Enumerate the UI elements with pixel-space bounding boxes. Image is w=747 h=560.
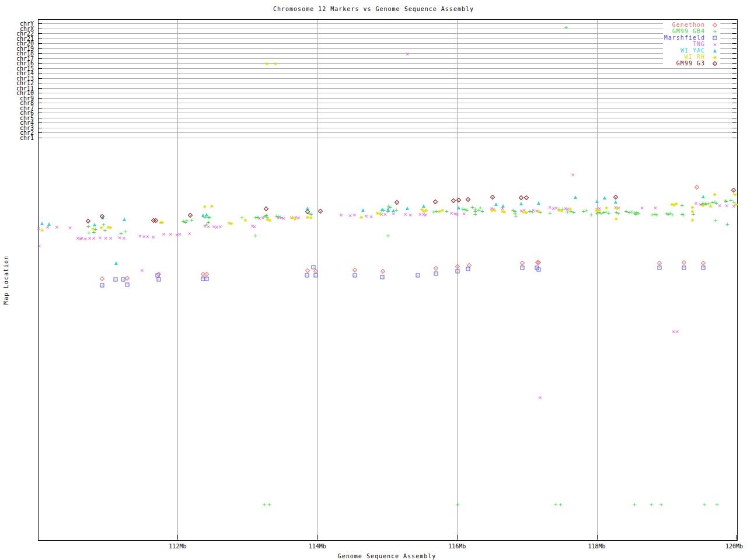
legend-row-wi-yac: WI YAC (664, 47, 719, 54)
marker-gm99-gb4: + (554, 502, 558, 508)
marker-tng: × (118, 235, 122, 241)
legend-row-genethon: Genethon (664, 22, 719, 28)
tng-marker-icon: × (713, 41, 717, 47)
marker-gm99-gb4: + (725, 221, 729, 228)
legend-marker-wi-yac (711, 48, 719, 54)
legend-label-genethon: Genethon (672, 22, 705, 28)
marker-tng: × (207, 223, 211, 230)
marker-wi-yac (519, 202, 523, 205)
marker-wi-yac (40, 222, 44, 225)
legend-label-gm99-gb4: GM99 GB4 (672, 28, 705, 34)
marker-tng: × (640, 205, 644, 211)
marker-marshfield (434, 272, 438, 276)
chr-label-chr1: chr1 (0, 135, 34, 141)
marker-gm99-gb4: + (564, 24, 568, 31)
marker-tng: × (83, 236, 88, 242)
marker-tng: × (109, 235, 113, 242)
legend-label-wi-rh: WI RH (685, 54, 705, 60)
wi-yac-marker-icon (713, 49, 717, 52)
marker-marshfield (125, 283, 130, 287)
gm99-g3-marker-icon (713, 61, 717, 65)
marker-marshfield (416, 274, 420, 278)
marker-marshfield (311, 265, 315, 270)
x-tick-120mb (736, 535, 737, 540)
legend-label-tng: TNG (693, 41, 705, 47)
marker-tng: × (369, 214, 374, 220)
marker-gm99-gb4: + (680, 202, 684, 209)
marker-tng: × (253, 223, 257, 230)
marker-gm99-gb4: + (445, 208, 449, 215)
legend-marker-gm99-g3 (711, 61, 719, 66)
marker-tng: × (462, 211, 466, 217)
legend-label-gm99-g3: GM99 G3 (676, 60, 705, 66)
legend-label-marshfield: Marshfield (664, 34, 705, 41)
marker-tng: × (455, 211, 459, 218)
marker-wi-yac (47, 222, 51, 226)
marker-gm99-gb4: + (715, 502, 719, 508)
x-tick-label: 116Mb (448, 543, 466, 550)
marker-tng: × (92, 235, 96, 242)
marker-tng: × (162, 231, 166, 237)
marker-tng: × (104, 235, 108, 242)
marker-tng: × (55, 224, 59, 230)
marshfield-marker-icon (713, 36, 717, 40)
marker-tng: × (538, 394, 542, 401)
marker-tng: × (282, 215, 286, 222)
marker-tng: × (406, 51, 410, 57)
marker-tng: × (403, 211, 407, 218)
marker-wi-yac (701, 195, 705, 198)
marker-gm99-gb4: + (655, 212, 659, 218)
legend-marker-genethon (711, 22, 719, 28)
marker-marshfield (701, 266, 705, 270)
x-tick-label: 118Mb (588, 543, 606, 550)
marker-marshfield (537, 268, 541, 272)
marker-marshfield (682, 266, 686, 270)
marker-tng: × (364, 213, 368, 219)
marker-gm99-gb4: + (456, 502, 460, 508)
legend-marker-marshfield (711, 35, 719, 41)
marker-tng: × (169, 231, 173, 237)
marker-marshfield (305, 274, 309, 278)
marker-tng: × (718, 202, 722, 209)
marker-marshfield (456, 270, 460, 274)
marker-gm99-gb4: + (253, 233, 257, 239)
marker-tng: × (68, 225, 72, 231)
marker-gm99-gb4: + (267, 502, 271, 508)
marker-tng: × (138, 233, 142, 239)
marker-tng: × (151, 234, 155, 240)
plot-area-border (38, 19, 738, 541)
marker-wi-yac (574, 195, 577, 199)
marker-gm99-gb4: + (633, 502, 637, 508)
legend-marker-gm99-gb4: + (711, 29, 719, 34)
marker-wi-yac (457, 206, 460, 209)
marker-gm99-gb4: + (480, 208, 484, 215)
x-tick-114mb (317, 535, 318, 540)
marker-wi-yac (123, 218, 126, 221)
marker-gm99-gb4: + (714, 218, 718, 224)
marker-marshfield (466, 267, 470, 271)
marker-gm99-gb4: + (671, 212, 675, 218)
marker-gm99-gb4: + (703, 502, 707, 508)
marker-marshfield (113, 278, 117, 282)
marker-marshfield (100, 284, 104, 288)
marker-gm99-gb4: + (558, 502, 563, 508)
marker-tng: × (98, 235, 102, 241)
marker-gm99-gb4: + (386, 233, 390, 239)
marker-tng: × (383, 211, 388, 218)
marker-tng: × (348, 212, 352, 219)
marker-gm99-gb4: + (514, 213, 518, 219)
marker-gm99-gb4: + (584, 208, 588, 214)
marker-wi-yac (614, 200, 617, 204)
marker-tng: × (37, 243, 41, 249)
marker-gm99-gb4: + (682, 212, 686, 218)
marker-tng: × (122, 235, 126, 242)
y-axis-label: Map Location (3, 256, 9, 304)
marker-wi-yac (537, 201, 540, 205)
x-tick-label: 114Mb (309, 543, 326, 550)
marker-wi-yac (386, 207, 390, 211)
marker-gm99-gb4: + (589, 212, 594, 218)
marker-tng: × (409, 212, 413, 218)
marker-tng: × (352, 212, 357, 218)
legend-row-gm99-g3: GM99 G3 (664, 60, 719, 66)
marker-marshfield (157, 278, 161, 282)
